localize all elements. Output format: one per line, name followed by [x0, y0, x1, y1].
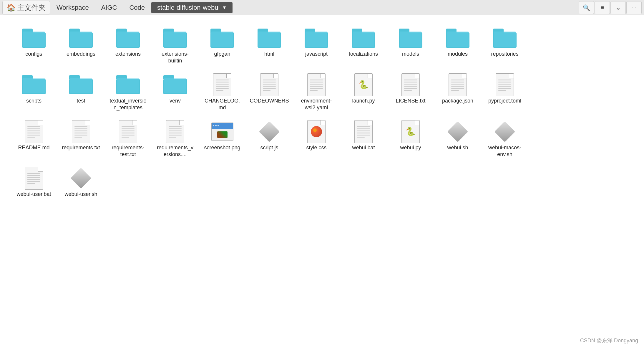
file-item[interactable]: CODEOWNERS — [247, 71, 291, 115]
file-item[interactable]: 🐍 webui.py — [389, 118, 433, 162]
file-item[interactable]: script.js — [247, 118, 291, 162]
file-item[interactable]: style.css — [294, 118, 338, 162]
file-name: requirements.txt — [62, 144, 100, 151]
folder-icon — [446, 28, 469, 48]
file-name: webui.py — [400, 144, 421, 151]
file-name: scripts — [26, 98, 42, 104]
navigation-bar: 🏠 主文件夹 Workspace AIGC Code stable-diffus… — [0, 0, 644, 15]
file-item[interactable]: screenshot.png — [200, 118, 244, 162]
search-icon: 🔍 — [583, 4, 590, 11]
file-item[interactable]: pyproject.toml — [483, 71, 527, 115]
folder-icon — [163, 75, 187, 95]
file-name: package.json — [442, 98, 473, 104]
file-name: CHANGELOG.md — [203, 98, 242, 111]
file-item[interactable]: webui-macos-env.sh — [483, 118, 527, 162]
file-item[interactable]: environment-wsl2.yaml — [294, 71, 338, 115]
folder-icon — [22, 28, 46, 48]
doc-file-icon — [446, 75, 469, 95]
file-name: webui-user.bat — [16, 191, 51, 198]
tab-aigc[interactable]: AIGC — [95, 2, 123, 13]
file-item[interactable]: javascript — [294, 24, 338, 68]
file-name: repositories — [491, 51, 518, 57]
file-name: webui.bat — [352, 144, 375, 151]
file-name: embeddings — [67, 51, 95, 57]
file-item[interactable]: localizations — [341, 24, 386, 68]
file-item[interactable]: models — [389, 24, 433, 68]
file-name: extensions — [115, 51, 141, 57]
doc-file-icon — [493, 75, 517, 95]
file-item[interactable]: embeddings — [59, 24, 103, 68]
file-name: extensions-builtin — [155, 51, 195, 65]
file-item[interactable]: 🐍 launch.py — [341, 71, 386, 115]
file-grid: configs embeddings extensions extensions… — [12, 24, 632, 201]
file-name: modules — [448, 51, 468, 57]
file-name: models — [402, 51, 419, 57]
file-item[interactable]: README.md — [12, 118, 56, 162]
doc-file-icon — [22, 121, 46, 142]
file-item[interactable]: LICENSE.txt — [389, 71, 433, 115]
folder-icon — [116, 75, 140, 95]
file-item[interactable]: extensions — [106, 24, 150, 68]
file-item[interactable]: configs — [12, 24, 56, 68]
screenshot-file-icon — [210, 121, 234, 142]
more-options-icon: ··· — [632, 4, 637, 11]
tab-code[interactable]: Code — [123, 2, 151, 13]
file-item[interactable]: venv — [153, 71, 197, 115]
folder-icon — [399, 28, 422, 48]
file-item[interactable]: webui-user.sh — [59, 164, 103, 201]
doc-file-icon — [69, 121, 93, 142]
folder-icon — [305, 28, 328, 48]
file-name: environment-wsl2.yaml — [297, 98, 336, 111]
file-name: style.css — [306, 144, 326, 151]
search-button[interactable]: 🔍 — [579, 1, 594, 14]
sort-button[interactable]: ⌄ — [610, 1, 626, 14]
file-item[interactable]: html — [247, 24, 291, 68]
file-item[interactable]: CHANGELOG.md — [200, 71, 244, 115]
file-item[interactable]: requirements.txt — [59, 118, 103, 162]
folder-icon — [69, 28, 93, 48]
file-name: localizations — [349, 51, 378, 57]
file-item[interactable]: gfpgan — [200, 24, 244, 68]
file-name: gfpgan — [214, 51, 230, 57]
folder-icon — [258, 28, 281, 48]
list-view-button[interactable]: ≡ — [595, 1, 610, 14]
file-item[interactable]: extensions-builtin — [153, 24, 197, 68]
tab-active-label: stable-diffusion-webui — [157, 4, 220, 11]
home-label: 主文件夹 — [17, 3, 46, 12]
doc-file-icon — [352, 121, 375, 142]
shell-file-icon — [493, 121, 517, 142]
file-item[interactable]: requirements_versions.... — [153, 118, 197, 162]
doc-file-icon — [399, 75, 422, 95]
file-item[interactable]: modules — [436, 24, 480, 68]
file-name: webui-user.sh — [64, 191, 97, 198]
file-name: requirements_versions.... — [155, 144, 195, 158]
file-item[interactable]: test — [59, 71, 103, 115]
css-file-icon — [305, 121, 328, 142]
file-browser-content: configs embeddings extensions extensions… — [0, 15, 644, 347]
file-item[interactable]: requirements-test.txt — [106, 118, 150, 162]
file-name: configs — [25, 51, 42, 57]
file-item[interactable]: package.json — [436, 71, 480, 115]
folder-icon — [210, 28, 234, 48]
file-item[interactable]: textual_inversion_templates — [106, 71, 150, 115]
file-name: venv — [170, 98, 181, 104]
shell-file-icon — [69, 168, 93, 189]
file-name: requirements-test.txt — [108, 144, 148, 158]
file-item[interactable]: webui.bat — [341, 118, 386, 162]
file-name: screenshot.png — [204, 144, 240, 151]
folder-icon — [163, 28, 187, 48]
file-item[interactable]: repositories — [483, 24, 527, 68]
home-button[interactable]: 🏠 主文件夹 — [2, 1, 50, 14]
file-name: CODEOWNERS — [250, 98, 289, 104]
tab-stable-diffusion[interactable]: stable-diffusion-webui ▼ — [151, 2, 233, 13]
tab-workspace[interactable]: Workspace — [51, 2, 95, 13]
folder-icon — [493, 28, 517, 48]
dropdown-chevron-icon: ▼ — [222, 5, 227, 10]
file-item[interactable]: webui.sh — [436, 118, 480, 162]
file-item[interactable]: scripts — [12, 71, 56, 115]
file-name: script.js — [260, 144, 278, 151]
list-view-icon: ≡ — [600, 4, 604, 11]
file-item[interactable]: webui-user.bat — [12, 164, 56, 201]
folder-icon — [22, 75, 46, 95]
more-options-button[interactable]: ··· — [626, 1, 642, 14]
